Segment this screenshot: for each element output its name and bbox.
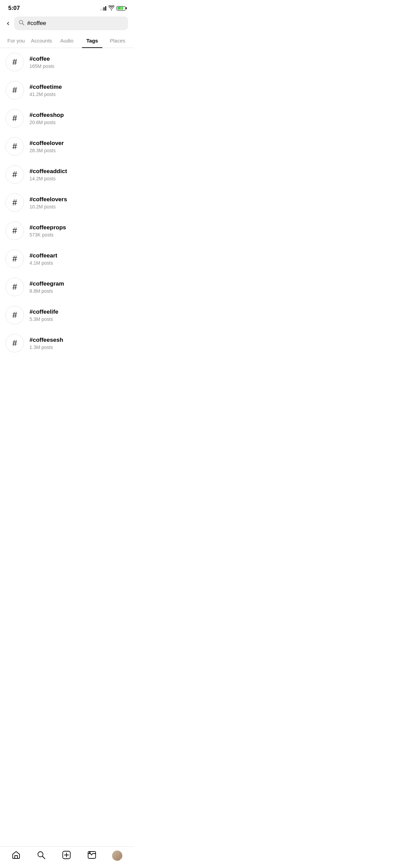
tag-list-item[interactable]: # #coffeetime 41.2M posts <box>0 76 134 104</box>
status-time: 5:07 <box>8 5 20 12</box>
tag-icon-circle: # <box>5 221 24 240</box>
tab-for-you[interactable]: For you <box>3 34 29 48</box>
tag-icon-circle: # <box>5 193 24 212</box>
tag-info: #coffee 165M posts <box>29 56 54 69</box>
tag-list-item[interactable]: # #coffeeshop 20.6M posts <box>0 104 134 132</box>
tag-name: #coffeetime <box>29 84 62 91</box>
tag-info: #coffeegram 8.8M posts <box>29 280 64 294</box>
hashtag-icon: # <box>12 142 17 151</box>
tag-count: 8.8M posts <box>29 288 64 294</box>
tag-name: #coffeelover <box>29 140 64 147</box>
tag-icon-circle: # <box>5 81 24 99</box>
hashtag-icon: # <box>12 198 17 207</box>
tag-list-item[interactable]: # #coffeegram 8.8M posts <box>0 273 134 301</box>
tag-list-item[interactable]: # #coffeeaddict 14.2M posts <box>0 160 134 189</box>
tabs-row: For you Accounts Audio Tags Places <box>0 34 134 48</box>
tag-count: 20.6M posts <box>29 120 64 125</box>
tag-icon-circle: # <box>5 306 24 324</box>
tag-count: 41.2M posts <box>29 92 62 97</box>
tag-name: #coffeegram <box>29 280 64 287</box>
hashtag-icon: # <box>12 282 17 292</box>
hashtag-icon: # <box>12 57 17 67</box>
tag-info: #coffeesesh 1.3M posts <box>29 337 63 350</box>
tag-info: #coffeetime 41.2M posts <box>29 84 62 97</box>
tag-name: #coffeeshop <box>29 112 64 119</box>
status-bar: 5:07 ⚡ <box>0 0 134 14</box>
tag-icon-circle: # <box>5 109 24 128</box>
tag-count: 573K posts <box>29 232 66 238</box>
tag-name: #coffeelovers <box>29 196 67 203</box>
tag-list-item[interactable]: # #coffeeart 4.1M posts <box>0 245 134 273</box>
hashtag-icon: # <box>12 85 17 95</box>
tab-accounts[interactable]: Accounts <box>29 34 54 48</box>
back-button[interactable]: ‹ <box>5 17 11 29</box>
tag-list-item[interactable]: # #coffeelife 5.3M posts <box>0 301 134 329</box>
wifi-icon <box>108 5 114 11</box>
tag-count: 165M posts <box>29 63 54 69</box>
tag-name: #coffeeart <box>29 252 57 259</box>
tag-list-item[interactable]: # #coffeesesh 1.3M posts <box>0 329 134 357</box>
tag-icon-circle: # <box>5 165 24 184</box>
hashtag-icon: # <box>12 226 17 236</box>
search-query: #coffee <box>27 20 46 27</box>
tab-places[interactable]: Places <box>105 34 130 48</box>
tag-count: 14.2M posts <box>29 176 67 181</box>
tag-list-item[interactable]: # #coffeelover 28.3M posts <box>0 132 134 160</box>
tag-name: #coffeelife <box>29 309 58 315</box>
tag-count: 4.1M posts <box>29 260 57 266</box>
tag-icon-circle: # <box>5 250 24 268</box>
tag-list-item[interactable]: # #coffee 165M posts <box>0 48 134 76</box>
hashtag-icon: # <box>12 310 17 320</box>
svg-line-1 <box>23 24 24 25</box>
search-bar-row: ‹ #coffee <box>0 14 134 34</box>
tag-count: 10.2M posts <box>29 204 67 209</box>
tag-icon-circle: # <box>5 278 24 296</box>
search-input-container[interactable]: #coffee <box>14 16 128 30</box>
tag-info: #coffeeprops 573K posts <box>29 224 66 238</box>
tag-name: #coffeeprops <box>29 224 66 231</box>
signal-bars-icon <box>100 6 106 11</box>
tag-name: #coffeesesh <box>29 337 63 343</box>
tag-count: 5.3M posts <box>29 316 58 322</box>
hashtag-icon: # <box>12 113 17 123</box>
tag-count: 28.3M posts <box>29 148 64 153</box>
tag-list: # #coffee 165M posts # #coffeetime 41.2M… <box>0 48 134 391</box>
hashtag-icon: # <box>12 170 17 179</box>
hashtag-icon: # <box>12 338 17 348</box>
status-icons: ⚡ <box>100 5 125 11</box>
tag-icon-circle: # <box>5 334 24 352</box>
search-icon <box>19 20 24 27</box>
tag-info: #coffeelover 28.3M posts <box>29 140 64 153</box>
tag-name: #coffeeaddict <box>29 168 67 175</box>
tag-icon-circle: # <box>5 137 24 156</box>
tag-info: #coffeeaddict 14.2M posts <box>29 168 67 181</box>
tag-info: #coffeeshop 20.6M posts <box>29 112 64 125</box>
tag-info: #coffeeart 4.1M posts <box>29 252 57 266</box>
tab-audio[interactable]: Audio <box>54 34 80 48</box>
tag-count: 1.3M posts <box>29 345 63 350</box>
tag-name: #coffee <box>29 56 54 62</box>
tag-info: #coffeelife 5.3M posts <box>29 309 58 322</box>
hashtag-icon: # <box>12 254 17 264</box>
tag-list-item[interactable]: # #coffeelovers 10.2M posts <box>0 189 134 217</box>
battery-icon: ⚡ <box>117 6 125 11</box>
tag-list-item[interactable]: # #coffeeprops 573K posts <box>0 217 134 245</box>
tag-icon-circle: # <box>5 53 24 71</box>
tab-tags[interactable]: Tags <box>80 34 105 48</box>
tag-info: #coffeelovers 10.2M posts <box>29 196 67 209</box>
